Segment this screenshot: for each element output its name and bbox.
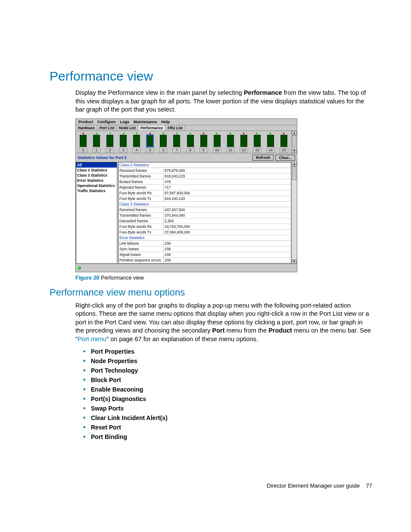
port-number: 9 — [199, 148, 208, 152]
port-menu-link[interactable]: Port menu — [78, 336, 106, 342]
stat-value: 43,793,750,000 — [164, 224, 291, 229]
page-number: 77 — [366, 482, 372, 489]
red-led-icon — [243, 133, 244, 134]
sidebar-item-traffic-statistics[interactable]: Traffic Statistics — [76, 188, 117, 193]
sidebar-item-all[interactable]: All — [76, 162, 117, 168]
stats-section-header: Class 2 Statistics — [118, 162, 291, 168]
scrollbar[interactable]: ▲ ▼ — [291, 162, 297, 264]
menu-help[interactable]: Help — [160, 119, 172, 125]
port-bar-9[interactable]: 9 — [197, 133, 210, 152]
scroll-thumb[interactable] — [292, 135, 296, 147]
performance-view-app: Product Configure Logs Maintenance Help … — [75, 118, 297, 272]
sidebar-item-error-statistics[interactable]: Error Statistics — [76, 178, 117, 183]
stat-value: 818,240,133 — [164, 196, 291, 201]
port-number: 4 — [132, 148, 141, 152]
port-number: 1 — [92, 148, 101, 152]
port-bar-6[interactable]: 6 — [157, 133, 170, 152]
port-bar-3[interactable]: 3 — [117, 133, 130, 152]
intro-paragraph: Display the Performance view in the main… — [75, 89, 372, 114]
bar-graph[interactable] — [146, 135, 153, 147]
text: " on page 67 for an explanation of these… — [106, 336, 258, 342]
scroll-up-icon[interactable]: ▲ — [292, 131, 297, 135]
port-number: 13 — [253, 148, 262, 152]
bar-graph[interactable] — [133, 135, 140, 147]
figure-text: Performance view — [101, 275, 144, 281]
bar-graph[interactable] — [160, 135, 167, 147]
scroll-thumb[interactable] — [292, 166, 296, 180]
port-number: 7 — [172, 148, 181, 152]
bar-graph[interactable] — [93, 135, 100, 147]
port-bar-14[interactable]: 14 — [264, 133, 277, 152]
scroll-up-icon[interactable]: ▲ — [292, 162, 297, 166]
bar-graph[interactable] — [227, 135, 234, 147]
table-row: Discarded frames2,300 — [118, 218, 291, 224]
port-bar-0[interactable]: 0 — [77, 133, 90, 152]
green-led-icon — [96, 133, 97, 134]
clear-button[interactable]: Clear... — [275, 155, 295, 161]
tab-fru-list[interactable]: FRU List — [165, 125, 185, 131]
text-bold: Port — [212, 327, 225, 334]
list-item: Port Properties — [83, 348, 372, 355]
menu-product[interactable]: Product — [77, 119, 95, 125]
bar-graph[interactable] — [187, 135, 194, 147]
port-bar-12[interactable]: 12 — [237, 133, 250, 152]
tab-node-list[interactable]: Node List — [117, 125, 138, 131]
stat-value: 717 — [164, 185, 291, 190]
menu-maintenance[interactable]: Maintenance — [132, 119, 159, 125]
port-number: 2 — [106, 148, 114, 152]
list-item: Port(s) Diagnostics — [83, 395, 372, 402]
bar-graph[interactable] — [267, 135, 274, 147]
bar-graph[interactable] — [173, 135, 180, 147]
bar-graph[interactable] — [240, 135, 247, 147]
page-footer: Director Element Manager user guide 77 — [267, 482, 372, 489]
bar-graph[interactable] — [80, 135, 87, 147]
green-led-icon — [256, 133, 258, 134]
tab-hardware[interactable]: Hardware — [76, 125, 97, 131]
port-bar-5[interactable]: 5 — [143, 133, 156, 152]
menu-options-list: Port PropertiesNode PropertiesPort Techn… — [83, 348, 372, 440]
bar-graph[interactable] — [254, 135, 261, 147]
scrollbar[interactable]: ▲ ▼ — [291, 131, 297, 153]
tab-performance[interactable]: Performance — [138, 125, 165, 131]
stat-name: Transmitted frames — [118, 213, 164, 218]
refresh-button[interactable]: Refresh — [252, 155, 274, 161]
green-led-icon — [123, 133, 124, 134]
table-row: Primitive sequence errors239 — [118, 258, 291, 263]
menubar: Product Configure Logs Maintenance Help — [76, 119, 297, 125]
scroll-down-icon[interactable]: ▼ — [292, 149, 297, 153]
bar-graph[interactable] — [200, 135, 207, 147]
sidebar-item-class-2-statistics[interactable]: Class 2 Statistics — [76, 168, 117, 173]
port-bar-8[interactable]: 8 — [184, 133, 197, 152]
ports-bar-graph: 0123456789101112131415 — [76, 131, 291, 153]
table-row: Four-Byte words Tx37,094,408,000 — [118, 230, 291, 235]
stat-name: Sync losses — [118, 246, 164, 252]
table-row: Transmitted frames370,944,080 — [118, 213, 291, 218]
bar-graph[interactable] — [214, 135, 221, 147]
green-led-icon — [270, 133, 271, 134]
stat-name: Busied frames — [118, 179, 164, 184]
bar-graph[interactable] — [120, 135, 127, 147]
table-row: Four-Byte words Tx818,240,133 — [118, 196, 291, 202]
sidebar-item-class-3-statistics[interactable]: Class 3 Statistics — [76, 173, 117, 178]
stat-name: Signal losses — [118, 252, 164, 257]
stat-value: 87,587,500,000 — [164, 190, 291, 196]
scroll-down-icon[interactable]: ▼ — [292, 259, 297, 264]
port-bar-11[interactable]: 11 — [224, 133, 237, 152]
table-row: Received frames875,875,000 — [118, 168, 291, 174]
port-bar-13[interactable]: 13 — [251, 133, 264, 152]
port-bar-2[interactable]: 2 — [103, 133, 116, 152]
stat-name: Link failures — [118, 241, 164, 246]
green-led-icon — [230, 133, 231, 134]
port-bar-4[interactable]: 4 — [130, 133, 143, 152]
port-bar-1[interactable]: 1 — [90, 133, 103, 152]
sidebar-item-operational-statistics[interactable]: Operational Statistics — [76, 183, 117, 188]
stat-name: Received frames — [118, 168, 164, 173]
menu-configure[interactable]: Configure — [96, 119, 118, 125]
port-bar-7[interactable]: 7 — [170, 133, 183, 152]
bar-graph[interactable] — [106, 135, 113, 147]
menu-logs[interactable]: Logs — [118, 119, 131, 125]
bar-graph[interactable] — [280, 135, 287, 147]
port-bar-10[interactable]: 10 — [211, 133, 224, 152]
tab-port-list[interactable]: Port List — [97, 125, 117, 131]
port-bar-15[interactable]: 15 — [277, 133, 290, 152]
